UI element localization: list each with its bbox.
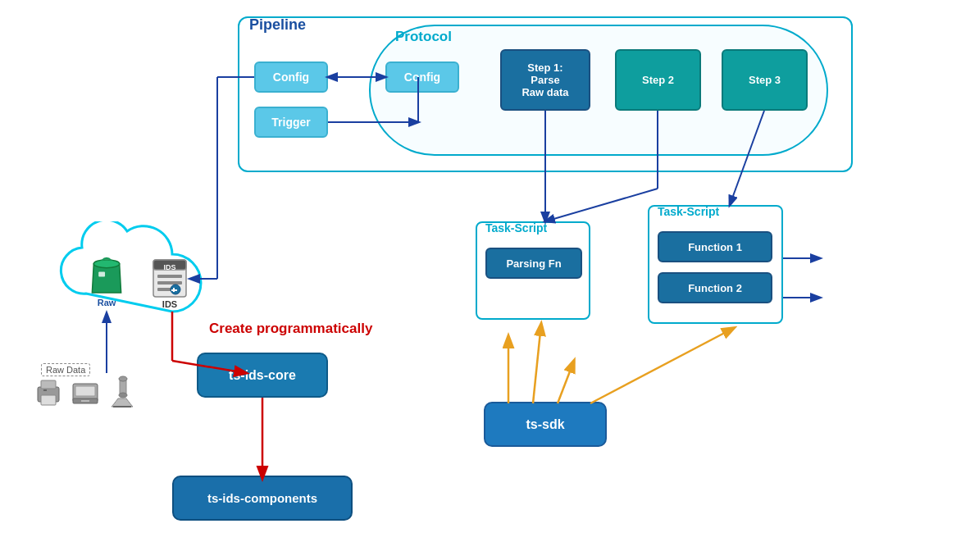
task-script-2-container: Task-Script Function 1 Function 2	[648, 205, 783, 324]
printer-icon	[33, 377, 64, 412]
svg-rect-5	[157, 275, 182, 278]
create-programmatically-label: Create programmatically	[209, 320, 372, 338]
architecture-diagram: Pipeline Protocol Config Trigger Config …	[0, 0, 961, 560]
svg-point-21	[119, 393, 127, 398]
function1-box: Function 1	[658, 231, 772, 262]
ts-sdk-box: ts-sdk	[484, 402, 607, 447]
ts-ids-components-box: ts-ids-components	[172, 476, 353, 521]
task-script-1-container: Task-Script Parsing Fn	[476, 221, 590, 320]
svg-line-38	[558, 361, 574, 403]
ts-ids-core-box: ts-ids-core	[197, 353, 328, 398]
raw-data-label: Raw Data	[41, 363, 90, 376]
svg-rect-6	[157, 281, 182, 285]
svg-rect-12	[41, 380, 56, 389]
protocol-config-box: Config	[385, 61, 459, 93]
pipeline-config-box: Config	[254, 61, 328, 93]
svg-rect-18	[81, 400, 89, 402]
svg-rect-1	[98, 272, 105, 277]
scanner-icon	[70, 377, 101, 412]
svg-line-34	[545, 189, 658, 221]
task-script-2-label: Task-Script	[658, 205, 719, 218]
svg-text:IDS: IDS	[163, 263, 175, 271]
pipeline-trigger-box: Trigger	[254, 107, 328, 138]
svg-point-0	[93, 260, 119, 268]
microscope-icon	[107, 376, 138, 413]
pipeline-label: Pipeline	[249, 16, 306, 34]
protocol-label: Protocol	[395, 29, 452, 45]
svg-rect-16	[75, 386, 95, 396]
function2-box: Function 2	[658, 272, 772, 303]
step3-box: Step 3	[722, 49, 808, 111]
ids-icon: IDS IDS	[146, 253, 194, 310]
parsing-fn-box: Parsing Fn	[485, 248, 582, 279]
svg-line-39	[590, 328, 734, 403]
svg-line-37	[533, 324, 541, 403]
svg-rect-14	[43, 389, 47, 391]
svg-rect-10	[171, 289, 177, 291]
svg-rect-13	[41, 395, 56, 405]
raw-bucket-icon: Raw	[82, 254, 131, 307]
step1-box: Step 1:ParseRaw data	[500, 49, 590, 111]
svg-point-20	[119, 376, 127, 381]
step2-box: Step 2	[615, 49, 701, 111]
task-script-1-label: Task-Script	[485, 221, 547, 234]
